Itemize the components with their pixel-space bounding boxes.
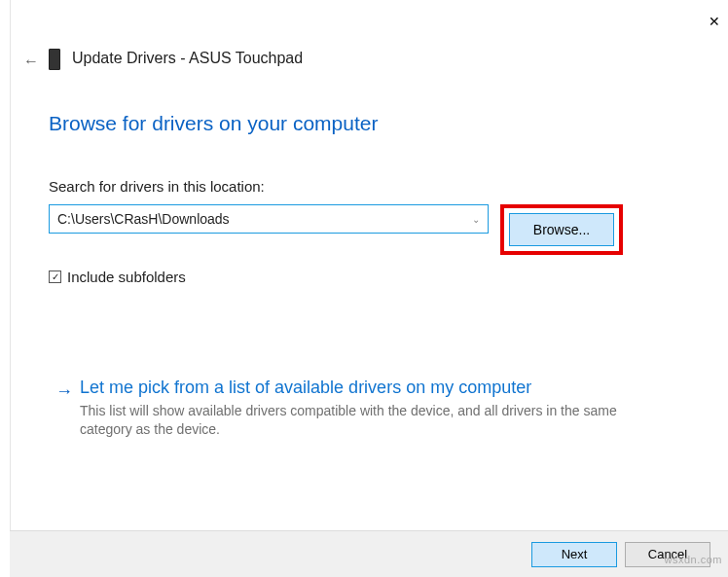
- footer-bar: Next Cancel: [10, 530, 728, 577]
- search-location-label: Search for drivers in this location:: [49, 178, 679, 195]
- include-subfolders-label: Include subfolders: [67, 269, 186, 285]
- back-arrow-icon[interactable]: ←: [23, 53, 39, 70]
- page-heading: Browse for drivers on your computer: [49, 112, 679, 135]
- close-icon[interactable]: ✕: [709, 14, 720, 29]
- window-header: Update Drivers - ASUS Touchpad: [49, 47, 303, 70]
- include-subfolders-checkbox[interactable]: ✓: [49, 270, 61, 283]
- device-icon: [49, 49, 60, 70]
- watermark-text: wsxdn.com: [664, 554, 722, 565]
- next-button[interactable]: Next: [531, 542, 617, 567]
- browse-highlight-box: Browse...: [500, 204, 623, 255]
- window-title: Update Drivers - ASUS Touchpad: [72, 50, 303, 67]
- location-combobox[interactable]: C:\Users\CRasH\Downloads ⌄: [49, 204, 489, 234]
- arrow-right-icon: →: [55, 381, 73, 402]
- chevron-down-icon[interactable]: ⌄: [472, 214, 480, 225]
- pick-option-description: This list will show available drivers co…: [53, 402, 670, 439]
- pick-from-list-option[interactable]: → Let me pick from a list of available d…: [53, 378, 670, 439]
- pick-option-title: Let me pick from a list of available dri…: [53, 378, 670, 398]
- location-path-text: C:\Users\CRasH\Downloads: [57, 211, 472, 227]
- browse-button[interactable]: Browse...: [509, 213, 614, 246]
